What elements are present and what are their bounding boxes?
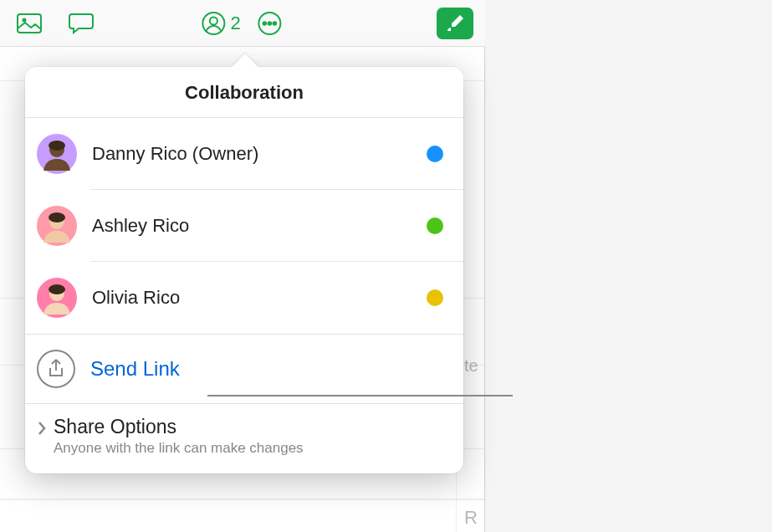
collaboration-popover: Collaboration Danny Rico (Owner)Ashley R… [25,67,463,473]
status-dot [427,289,443,306]
send-link-label: Send Link [90,357,180,381]
svg-point-10 [49,141,65,151]
toolbar-center: 2 [201,9,284,38]
share-options-button[interactable]: Share Options Anyone with the link can m… [25,404,463,473]
svg-point-16 [49,284,65,294]
status-dot [427,146,443,162]
toolbar: 2 [0,0,485,47]
avatar [37,278,77,318]
svg-point-3 [210,17,217,24]
more-icon[interactable] [256,9,284,38]
participant-name: Ashley Rico [92,215,427,237]
svg-point-13 [49,212,65,223]
media-icon[interactable] [15,9,43,38]
svg-rect-0 [18,14,41,33]
participant-name: Olivia Rico [92,287,427,309]
send-link-button[interactable]: Send Link [25,335,463,404]
bg-text: R [464,507,478,529]
share-options-title: Share Options [54,416,304,438]
participant-name: Danny Rico (Owner) [92,143,427,165]
bg-text: te [464,356,478,376]
collaboration-button[interactable]: 2 [201,11,240,36]
participant-row[interactable]: Ashley Rico [25,190,463,262]
comment-icon[interactable] [67,9,95,38]
format-brush-button[interactable] [437,8,473,39]
share-icon [37,350,75,388]
callout-line [207,395,513,396]
avatar [37,134,77,174]
collab-count: 2 [230,13,240,34]
svg-point-1 [23,18,27,22]
toolbar-right [437,8,473,39]
popover-title: Collaboration [25,67,463,118]
share-options-subtitle: Anyone with the link can make changes [54,440,304,457]
participant-list: Danny Rico (Owner)Ashley RicoOlivia Rico [25,118,463,335]
svg-point-7 [274,22,277,25]
svg-point-6 [268,22,272,25]
participant-row[interactable]: Olivia Rico [25,262,463,334]
svg-point-5 [263,22,267,25]
participant-row[interactable]: Danny Rico (Owner) [25,118,463,190]
avatar [37,206,77,246]
status-dot [427,217,443,234]
chevron-right-icon [37,421,47,440]
